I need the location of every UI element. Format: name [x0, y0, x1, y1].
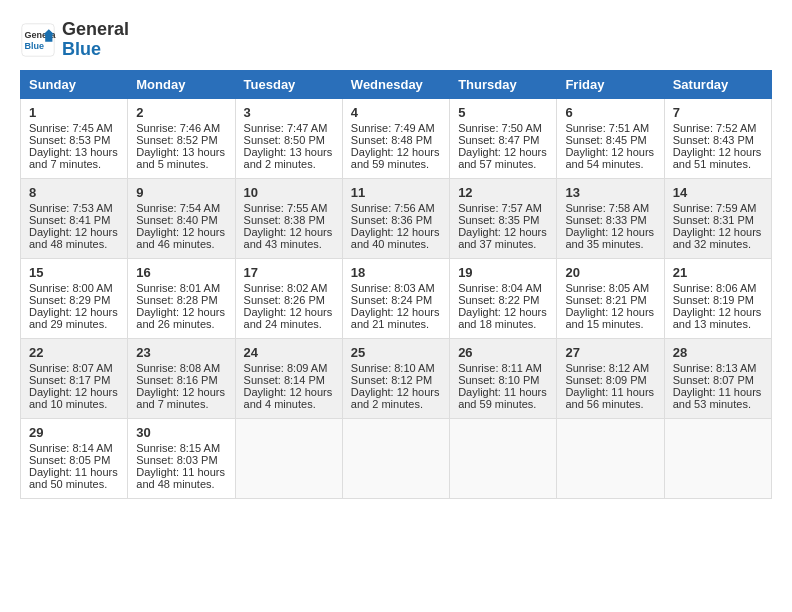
day-number: 9	[136, 185, 226, 200]
day-info: Sunset: 8:33 PM	[565, 214, 655, 226]
day-info: Sunrise: 7:50 AM	[458, 122, 548, 134]
day-info: Sunrise: 7:58 AM	[565, 202, 655, 214]
day-info: Daylight: 12 hours	[673, 306, 763, 318]
day-info: Sunset: 8:47 PM	[458, 134, 548, 146]
day-info: Sunset: 8:16 PM	[136, 374, 226, 386]
day-info: Daylight: 11 hours	[458, 386, 548, 398]
weekday-header-tuesday: Tuesday	[235, 70, 342, 98]
day-info: and 18 minutes.	[458, 318, 548, 330]
day-info: Sunset: 8:48 PM	[351, 134, 441, 146]
day-number: 18	[351, 265, 441, 280]
calendar-header: SundayMondayTuesdayWednesdayThursdayFrid…	[21, 70, 772, 98]
calendar-cell: 18Sunrise: 8:03 AMSunset: 8:24 PMDayligh…	[342, 258, 449, 338]
day-number: 7	[673, 105, 763, 120]
calendar-cell: 5Sunrise: 7:50 AMSunset: 8:47 PMDaylight…	[450, 98, 557, 178]
day-number: 21	[673, 265, 763, 280]
calendar-cell: 22Sunrise: 8:07 AMSunset: 8:17 PMDayligh…	[21, 338, 128, 418]
day-number: 27	[565, 345, 655, 360]
day-info: Sunrise: 8:09 AM	[244, 362, 334, 374]
day-info: Sunset: 8:43 PM	[673, 134, 763, 146]
calendar-week-1: 1Sunrise: 7:45 AMSunset: 8:53 PMDaylight…	[21, 98, 772, 178]
day-info: Sunset: 8:05 PM	[29, 454, 119, 466]
day-number: 14	[673, 185, 763, 200]
day-number: 10	[244, 185, 334, 200]
day-info: Daylight: 12 hours	[29, 306, 119, 318]
day-number: 30	[136, 425, 226, 440]
day-info: Daylight: 11 hours	[29, 466, 119, 478]
day-info: Sunset: 8:36 PM	[351, 214, 441, 226]
calendar-cell: 29Sunrise: 8:14 AMSunset: 8:05 PMDayligh…	[21, 418, 128, 498]
day-info: and 5 minutes.	[136, 158, 226, 170]
day-info: Sunrise: 7:49 AM	[351, 122, 441, 134]
day-info: and 59 minutes.	[351, 158, 441, 170]
day-info: Sunrise: 8:04 AM	[458, 282, 548, 294]
day-info: Sunset: 8:53 PM	[29, 134, 119, 146]
calendar-cell: 7Sunrise: 7:52 AMSunset: 8:43 PMDaylight…	[664, 98, 771, 178]
day-info: Daylight: 12 hours	[458, 146, 548, 158]
day-info: Sunrise: 8:00 AM	[29, 282, 119, 294]
day-number: 6	[565, 105, 655, 120]
day-info: Sunrise: 7:53 AM	[29, 202, 119, 214]
day-info: Daylight: 11 hours	[136, 466, 226, 478]
calendar-cell: 20Sunrise: 8:05 AMSunset: 8:21 PMDayligh…	[557, 258, 664, 338]
day-info: Sunrise: 8:01 AM	[136, 282, 226, 294]
day-info: Daylight: 12 hours	[565, 146, 655, 158]
day-info: Sunset: 8:41 PM	[29, 214, 119, 226]
logo-icon: General Blue	[20, 22, 56, 58]
calendar-week-3: 15Sunrise: 8:00 AMSunset: 8:29 PMDayligh…	[21, 258, 772, 338]
calendar-cell: 19Sunrise: 8:04 AMSunset: 8:22 PMDayligh…	[450, 258, 557, 338]
day-info: Daylight: 12 hours	[673, 226, 763, 238]
day-info: and 15 minutes.	[565, 318, 655, 330]
day-info: Sunrise: 7:54 AM	[136, 202, 226, 214]
calendar-cell: 16Sunrise: 8:01 AMSunset: 8:28 PMDayligh…	[128, 258, 235, 338]
day-number: 3	[244, 105, 334, 120]
day-info: Daylight: 12 hours	[351, 146, 441, 158]
day-info: and 29 minutes.	[29, 318, 119, 330]
day-info: Sunrise: 8:05 AM	[565, 282, 655, 294]
day-info: and 50 minutes.	[29, 478, 119, 490]
day-info: and 51 minutes.	[673, 158, 763, 170]
day-info: Sunrise: 7:59 AM	[673, 202, 763, 214]
day-info: Sunset: 8:12 PM	[351, 374, 441, 386]
calendar-cell: 26Sunrise: 8:11 AMSunset: 8:10 PMDayligh…	[450, 338, 557, 418]
day-info: Sunset: 8:40 PM	[136, 214, 226, 226]
day-number: 4	[351, 105, 441, 120]
day-info: Sunrise: 7:47 AM	[244, 122, 334, 134]
calendar-cell	[342, 418, 449, 498]
calendar-cell: 24Sunrise: 8:09 AMSunset: 8:14 PMDayligh…	[235, 338, 342, 418]
logo: General Blue General Blue	[20, 20, 129, 60]
day-info: and 35 minutes.	[565, 238, 655, 250]
day-info: and 57 minutes.	[458, 158, 548, 170]
day-info: and 32 minutes.	[673, 238, 763, 250]
day-info: Sunrise: 7:57 AM	[458, 202, 548, 214]
page-header: General Blue General Blue	[20, 20, 772, 60]
day-number: 2	[136, 105, 226, 120]
day-info: Sunset: 8:50 PM	[244, 134, 334, 146]
day-number: 5	[458, 105, 548, 120]
calendar-cell: 2Sunrise: 7:46 AMSunset: 8:52 PMDaylight…	[128, 98, 235, 178]
day-info: Sunrise: 8:12 AM	[565, 362, 655, 374]
day-info: Daylight: 12 hours	[244, 306, 334, 318]
day-info: Sunset: 8:19 PM	[673, 294, 763, 306]
day-number: 16	[136, 265, 226, 280]
day-info: Daylight: 13 hours	[29, 146, 119, 158]
day-info: Sunset: 8:14 PM	[244, 374, 334, 386]
day-info: Daylight: 12 hours	[29, 386, 119, 398]
day-number: 29	[29, 425, 119, 440]
day-number: 22	[29, 345, 119, 360]
day-number: 13	[565, 185, 655, 200]
day-number: 26	[458, 345, 548, 360]
day-info: Sunset: 8:38 PM	[244, 214, 334, 226]
day-info: Daylight: 12 hours	[136, 226, 226, 238]
day-info: Sunset: 8:07 PM	[673, 374, 763, 386]
calendar-table: SundayMondayTuesdayWednesdayThursdayFrid…	[20, 70, 772, 499]
day-info: Sunset: 8:17 PM	[29, 374, 119, 386]
day-info: Sunset: 8:52 PM	[136, 134, 226, 146]
day-info: Sunrise: 8:11 AM	[458, 362, 548, 374]
calendar-cell: 10Sunrise: 7:55 AMSunset: 8:38 PMDayligh…	[235, 178, 342, 258]
day-info: Sunrise: 8:02 AM	[244, 282, 334, 294]
day-number: 12	[458, 185, 548, 200]
day-info: Sunrise: 7:45 AM	[29, 122, 119, 134]
day-info: Daylight: 12 hours	[136, 306, 226, 318]
calendar-cell: 1Sunrise: 7:45 AMSunset: 8:53 PMDaylight…	[21, 98, 128, 178]
